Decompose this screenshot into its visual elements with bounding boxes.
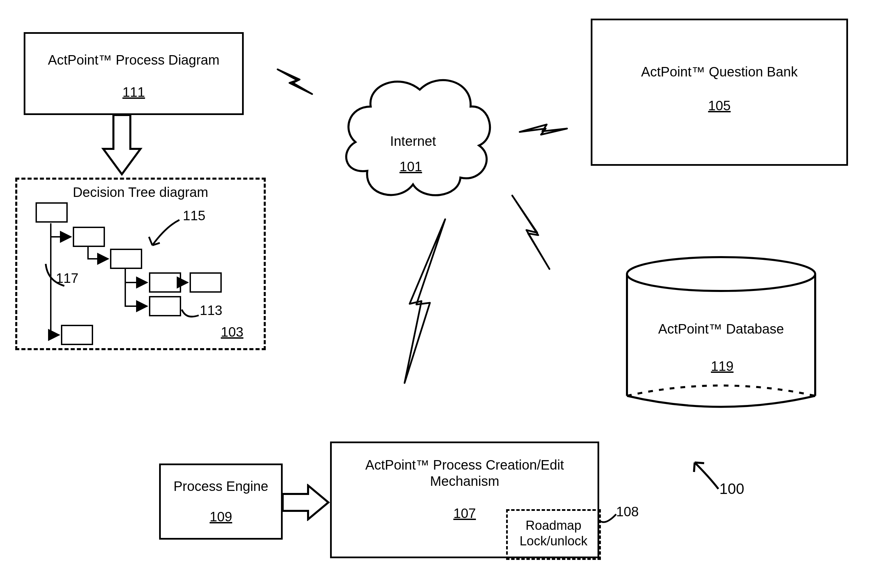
callout-108-arrow <box>599 511 618 526</box>
node-roadmap-lock: Roadmap Lock/unlock <box>506 509 601 560</box>
callout-108: 108 <box>616 504 639 519</box>
callout-100-arrow <box>691 458 721 490</box>
node-process-engine-ref: 109 <box>161 509 281 524</box>
node-roadmap-lock-label: Roadmap Lock/unlock <box>508 518 599 549</box>
callout-100: 100 <box>719 480 744 497</box>
node-process-diagram-label: ActPoint™ Process Diagram <box>26 52 242 68</box>
database-ref: 119 <box>711 358 734 374</box>
internet-label: Internet <box>384 134 442 149</box>
node-question-bank: ActPoint™ Question Bank 105 <box>591 19 848 166</box>
internet-ref: 101 <box>400 159 422 174</box>
callout-113: 113 <box>200 303 223 318</box>
bolt-icon <box>506 193 553 271</box>
node-process-diagram-ref: 111 <box>26 85 242 100</box>
bolt-icon <box>274 61 315 102</box>
block-arrow-down-icon <box>100 115 144 176</box>
svg-point-0 <box>627 257 815 291</box>
block-arrow-right-icon <box>283 484 330 521</box>
node-process-engine-label: Process Engine <box>161 479 281 494</box>
node-question-bank-ref: 105 <box>592 98 846 113</box>
database-label: ActPoint™ Database <box>655 321 787 337</box>
callout-113-arrow <box>181 308 200 320</box>
callout-117: 117 <box>56 271 78 286</box>
node-question-bank-label: ActPoint™ Question Bank <box>592 64 846 80</box>
callout-115-arrow <box>146 216 183 250</box>
bolt-icon <box>396 216 460 386</box>
callout-115: 115 <box>183 208 206 223</box>
bolt-icon <box>518 118 569 142</box>
node-process-diagram: ActPoint™ Process Diagram 111 <box>24 32 244 115</box>
node-process-engine: Process Engine 109 <box>159 464 283 540</box>
node-creation-mechanism-label: ActPoint™ Process Creation/Edit Mechanis… <box>345 457 584 489</box>
